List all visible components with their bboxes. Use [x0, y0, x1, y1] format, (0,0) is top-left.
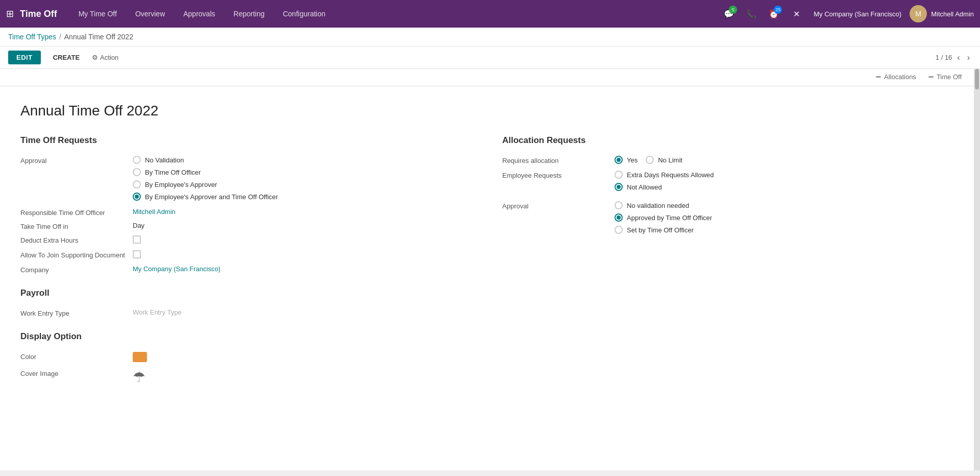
display-section-title: Display Option [20, 331, 472, 344]
approval-field-row: Approval No Validation By Time Off Offic… [20, 156, 472, 201]
nav-right-icons: 💬 5 📞 ⏰ 25 ✕ My Company (San Francisco) … [720, 5, 974, 23]
requires-label: Requires allocation [502, 156, 615, 164]
approval-option-1[interactable]: By Time Off Officer [133, 168, 472, 176]
allocation-requests-section: Allocation Requests Requires allocation … [502, 135, 953, 391]
payroll-section: Payroll Work Entry Type Work Entry Type [20, 288, 472, 317]
alloc-approval-option-0[interactable]: No validation needed [615, 201, 953, 209]
breadcrumb-separator: / [59, 33, 61, 41]
alloc-approval-label: Approval [502, 201, 615, 210]
avatar[interactable]: M [910, 5, 927, 22]
nav-configuration[interactable]: Configuration [274, 0, 334, 28]
alloc-approval-option-1-label: Approved by Time Off Officer [627, 214, 712, 222]
approval-option-3-label: By Employee's Approver and Time Off Offi… [145, 193, 278, 201]
approval-option-0[interactable]: No Validation [133, 156, 472, 164]
deduct-checkbox[interactable] [133, 235, 141, 244]
allow-label: Allow To Join Supporting Document [20, 250, 133, 259]
approval-label: Approval [20, 156, 133, 164]
allocation-section-title: Allocation Requests [502, 135, 953, 148]
close-icon-btn[interactable]: ✕ [787, 5, 805, 23]
nav-my-time-off[interactable]: My Time Off [69, 0, 126, 28]
tab-allocations-label: Allocations [884, 73, 916, 81]
employee-options: Extra Days Requests Allowed Not Allowed [615, 171, 953, 191]
company-row: Company My Company (San Francisco) [20, 265, 472, 274]
approval-option-2[interactable]: By Employee's Approver [133, 180, 472, 188]
nav-approvals[interactable]: Approvals [174, 0, 224, 28]
employee-radio-not-allowed[interactable] [615, 183, 623, 191]
allow-checkbox-value [133, 250, 472, 260]
nav-reporting[interactable]: Reporting [225, 0, 274, 28]
requires-option-no-limit[interactable]: No Limit [646, 156, 682, 164]
breadcrumb-parent[interactable]: Time Off Types [8, 33, 56, 41]
scrollbar-thumb[interactable] [975, 69, 979, 89]
cover-image-row: Cover Image ☂ [20, 369, 472, 386]
color-row: Color [20, 352, 472, 364]
employee-not-allowed-label: Not Allowed [627, 183, 662, 191]
employee-option-not-allowed[interactable]: Not Allowed [615, 183, 953, 191]
tab-time-off-label: Time Off [937, 73, 962, 81]
company-value[interactable]: My Company (San Francisco) [133, 265, 472, 273]
color-label: Color [20, 352, 133, 361]
color-value [133, 352, 472, 364]
take-time-off-row: Take Time Off in Day [20, 222, 472, 230]
tab-time-off[interactable]: Time Off [926, 69, 964, 86]
alloc-approval-option-1[interactable]: Approved by Time Off Officer [615, 213, 953, 222]
approval-option-3[interactable]: By Employee's Approver and Time Off Offi… [133, 193, 472, 201]
approval-radio-1[interactable] [133, 168, 141, 176]
vertical-scrollbar[interactable] [974, 69, 980, 470]
edit-button[interactable]: EDIT [8, 51, 41, 64]
approval-radio-2[interactable] [133, 180, 141, 188]
form-content: Annual Time Off 2022 Time Off Requests A… [0, 86, 974, 407]
cover-image-icon: ☂ [133, 369, 145, 385]
clock-icon-btn[interactable]: ⏰ 25 [765, 5, 783, 23]
company-name: My Company (San Francisco) [814, 10, 901, 18]
chat-icon-btn[interactable]: 💬 5 [720, 5, 738, 23]
apps-grid-icon[interactable]: ⊞ [6, 8, 14, 19]
employee-requests-row: Employee Requests Extra Days Requests Al… [502, 171, 953, 191]
alloc-approval-option-2[interactable]: Set by Time Off Officer [615, 226, 953, 234]
phone-icon: 📞 [746, 9, 756, 19]
action-button[interactable]: ⚙ Action [92, 54, 118, 61]
phone-icon-btn[interactable]: 📞 [742, 5, 761, 23]
allow-join-row: Allow To Join Supporting Document [20, 250, 472, 260]
alloc-approval-option-0-label: No validation needed [627, 202, 689, 209]
prev-page-button[interactable]: ‹ [955, 52, 962, 63]
alloc-approval-radio-group: No validation needed Approved by Time Of… [615, 201, 953, 234]
approval-radio-3[interactable] [133, 193, 141, 201]
take-time-off-label: Take Time Off in [20, 222, 133, 230]
responsible-officer-row: Responsible Time Off Officer Mitchell Ad… [20, 208, 472, 217]
user-name: Mitchell Admin [931, 10, 974, 18]
form-title: Annual Time Off 2022 [20, 103, 953, 119]
next-page-button[interactable]: › [965, 52, 972, 63]
create-button[interactable]: CREATE [45, 51, 88, 64]
nav-links: My Time Off Overview Approvals Reporting… [69, 0, 720, 28]
requires-allocation-row: Requires allocation Yes No Limit [502, 156, 953, 164]
clock-badge: 25 [774, 6, 782, 14]
time-off-requests-section: Time Off Requests Approval No Validation [20, 135, 472, 391]
employee-radio-extra[interactable] [615, 171, 623, 179]
payroll-section-title: Payroll [20, 288, 472, 300]
work-entry-label: Work Entry Type [20, 308, 133, 317]
alloc-approval-radio-2[interactable] [615, 226, 623, 234]
content-area: Allocations Time Off Annual Time Off 202… [0, 69, 980, 470]
color-swatch[interactable] [133, 352, 147, 362]
deduct-label: Deduct Extra Hours [20, 235, 133, 244]
app-brand[interactable]: Time Off [20, 9, 57, 19]
tab-allocations-dot [876, 76, 881, 78]
employee-option-extra[interactable]: Extra Days Requests Allowed [615, 171, 953, 179]
approval-radio-0[interactable] [133, 156, 141, 164]
breadcrumb-bar: Time Off Types / Annual Time Off 2022 [0, 28, 980, 46]
tab-allocations[interactable]: Allocations [874, 69, 918, 86]
allow-checkbox[interactable] [133, 250, 141, 258]
avatar-initials: M [915, 10, 921, 18]
requires-option-yes[interactable]: Yes [615, 156, 638, 164]
nav-overview[interactable]: Overview [126, 0, 174, 28]
requires-radio-no-limit[interactable] [646, 156, 654, 164]
requires-yes-label: Yes [627, 156, 638, 164]
requires-radio-yes[interactable] [615, 156, 623, 164]
alloc-approval-radio-1[interactable] [615, 213, 623, 222]
alloc-approval-options: No validation needed Approved by Time Of… [615, 201, 953, 234]
display-option-section: Display Option Color Cover Image ☂ [20, 331, 472, 386]
responsible-value[interactable]: Mitchell Admin [133, 208, 472, 216]
time-off-section-title: Time Off Requests [20, 135, 472, 148]
alloc-approval-radio-0[interactable] [615, 201, 623, 209]
